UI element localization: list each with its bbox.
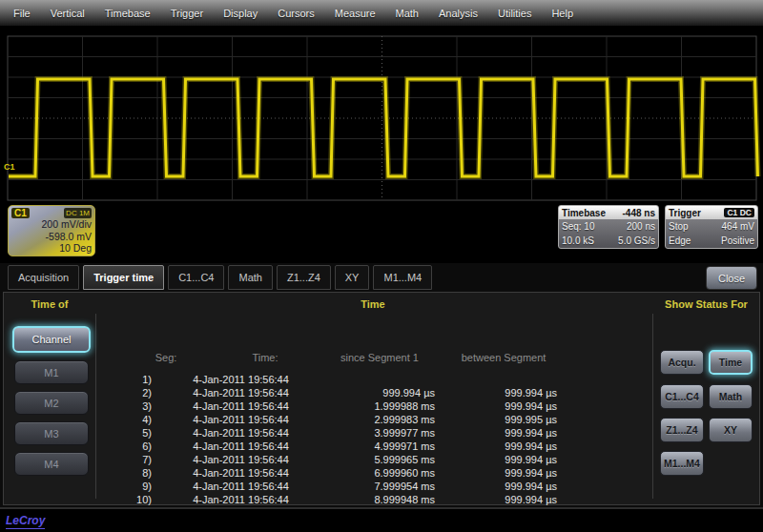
table-row: 10)4-Jan-2011 19:56:448.999948 ms999.994… (113, 493, 557, 506)
close-button[interactable]: Close (706, 266, 757, 290)
channel-deskew: 10 Deg (11, 242, 92, 255)
status-z1-z4-button[interactable]: Z1...Z4 (660, 418, 704, 442)
source-m2-button[interactable]: M2 (14, 391, 89, 415)
source-m3-button[interactable]: M3 (14, 421, 89, 445)
source-channel-button[interactable]: Channel (12, 326, 91, 353)
show-status-for-label: Show Status For (653, 298, 759, 310)
trigger-source-badge: C1 DC (724, 208, 754, 217)
table-cell: 8) (113, 466, 152, 480)
table-cell: 4-Jan-2011 19:56:44 (152, 440, 330, 453)
table-cell: 4-Jan-2011 19:56:44 (152, 466, 330, 480)
table-cell: 10) (113, 493, 152, 506)
trigger-title: Trigger (669, 208, 701, 218)
menu-cursors[interactable]: Cursors (278, 8, 315, 19)
right-panel-divider (652, 314, 653, 499)
menu-math[interactable]: Math (396, 8, 419, 19)
table-cell: 8.999948 ms (330, 493, 435, 506)
timebase-title: Timebase (562, 208, 606, 218)
lecroy-logo: LeCroy (6, 514, 45, 529)
table-cell: 4-Jan-2011 19:56:44 (152, 480, 330, 493)
table-cell: 6) (113, 440, 152, 453)
channel-name-badge: C1 (11, 208, 30, 218)
status-c1-c4-button[interactable]: C1...C4 (660, 384, 704, 409)
table-cell: 3) (113, 399, 152, 413)
status-acqu-button[interactable]: Acqu. (660, 350, 704, 375)
table-cell: 7) (113, 453, 152, 466)
trigger-mode: Stop (669, 219, 689, 234)
table-cell: 999.994 µs (435, 399, 557, 413)
status-xy-button[interactable]: XY (709, 418, 753, 442)
waveform-display: C1 (0, 27, 763, 202)
timebase-time-div: 200 ns (627, 219, 655, 234)
tab-xy[interactable]: XY (335, 265, 370, 290)
menu-trigger[interactable]: Trigger (171, 8, 203, 19)
menu-bar: File Vertical Timebase Trigger Display C… (0, 0, 763, 27)
table-cell: 4.999971 ms (330, 440, 435, 453)
trigger-slope: Positive (721, 234, 754, 248)
menu-timebase[interactable]: Timebase (105, 8, 151, 19)
time-section-label: Time (278, 298, 468, 310)
source-m4-button[interactable]: M4 (14, 452, 89, 476)
channel-volts-per-div: 200 mV/div (11, 218, 92, 231)
menu-measure[interactable]: Measure (335, 8, 376, 19)
status-m1-m4-button[interactable]: M1...M4 (660, 451, 704, 476)
table-cell: 4-Jan-2011 19:56:44 (152, 426, 330, 440)
table-row: 5)4-Jan-2011 19:56:443.999977 ms999.994 … (113, 426, 557, 440)
descriptor-row: C1 DC 1M 200 mV/div -598.0 mV 10 Deg Tim… (0, 202, 763, 263)
table-cell: 7.999954 ms (330, 480, 435, 493)
channel-coupling-badge: DC 1M (64, 208, 92, 218)
time-of-label: Time of (4, 298, 95, 310)
table-cell: 5) (113, 426, 152, 440)
table-cell: 999.994 µs (435, 440, 557, 453)
table-cell: 999.994 µs (435, 480, 557, 493)
status-math-button[interactable]: Math (709, 384, 753, 409)
col-header-between: between Segment (462, 352, 546, 363)
col-header-seg: Seg: (155, 352, 177, 363)
table-row: 8)4-Jan-2011 19:56:446.999960 ms999.994 … (113, 466, 557, 480)
source-m1-button[interactable]: M1 (14, 360, 89, 384)
tab-trigger-time[interactable]: Trigger time (83, 265, 164, 290)
channel-c1-descriptor-box[interactable]: C1 DC 1M 200 mV/div -598.0 mV 10 Deg (8, 205, 95, 256)
menu-analysis[interactable]: Analysis (439, 8, 478, 19)
oscilloscope-screen: File Vertical Timebase Trigger Display C… (0, 0, 763, 532)
col-header-time: Time: (252, 352, 278, 363)
segment-table-rows: 1)4-Jan-2011 19:56:442)4-Jan-2011 19:56:… (113, 373, 557, 506)
tab-acquisition[interactable]: Acquisition (8, 265, 79, 290)
table-cell: 4-Jan-2011 19:56:44 (152, 453, 330, 466)
status-time-button[interactable]: Time (709, 350, 753, 375)
trigger-type: Edge (669, 234, 691, 248)
table-cell: 4) (113, 413, 152, 426)
table-cell: 999.995 µs (435, 413, 557, 426)
scope-grid-and-trace (0, 27, 763, 202)
table-cell: 2) (113, 386, 152, 399)
table-cell: 9) (113, 480, 152, 493)
table-cell: 999.994 µs (435, 453, 557, 466)
table-cell: 1.999988 ms (330, 399, 435, 413)
tab-z1-z4[interactable]: Z1...Z4 (277, 265, 331, 290)
table-cell: 3.999977 ms (330, 426, 435, 440)
menu-display[interactable]: Display (223, 8, 258, 19)
trigger-descriptor-box[interactable]: Trigger C1 DC Stop 464 mV Edge Positive (665, 205, 758, 249)
tab-c1-c4[interactable]: C1...C4 (168, 265, 224, 290)
tab-m1-m4[interactable]: M1...M4 (373, 265, 432, 290)
menu-file[interactable]: File (13, 8, 31, 19)
menu-help[interactable]: Help (551, 8, 573, 19)
menu-vertical[interactable]: Vertical (51, 8, 85, 19)
table-cell (330, 373, 435, 386)
timebase-seq: Seq: 10 (562, 219, 594, 234)
table-row: 3)4-Jan-2011 19:56:441.999988 ms999.994 … (113, 399, 557, 413)
bottom-bar: LeCroy (0, 507, 763, 532)
table-cell: 4-Jan-2011 19:56:44 (152, 399, 330, 413)
tab-math[interactable]: Math (228, 265, 272, 290)
table-cell: 999.994 µs (435, 493, 557, 506)
table-cell: 1) (113, 373, 152, 386)
trigger-time-panel: Time of Time Show Status For Channel M1 … (3, 292, 760, 505)
table-row: 1)4-Jan-2011 19:56:44 (113, 373, 557, 386)
timebase-sample-rate: 5.0 GS/s (618, 234, 655, 248)
menu-utilities[interactable]: Utilities (498, 8, 531, 19)
table-row: 6)4-Jan-2011 19:56:444.999971 ms999.994 … (113, 440, 557, 453)
table-cell: 4-Jan-2011 19:56:44 (152, 386, 330, 399)
timebase-descriptor-box[interactable]: Timebase -448 ns Seq: 10 200 ns 10.0 kS … (558, 205, 659, 249)
table-cell: 4-Jan-2011 19:56:44 (152, 493, 330, 506)
table-row: 9)4-Jan-2011 19:56:447.999954 ms999.994 … (113, 480, 557, 493)
